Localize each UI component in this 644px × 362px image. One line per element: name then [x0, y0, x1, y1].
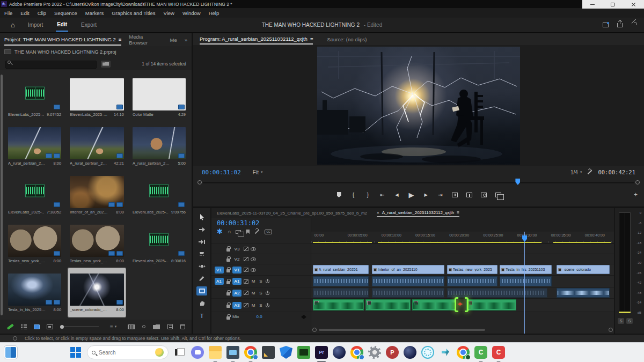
- menu-markers[interactable]: Markers: [85, 10, 104, 16]
- step-back-icon[interactable]: ◀: [394, 193, 400, 197]
- share-icon[interactable]: [617, 23, 623, 27]
- timeline-content[interactable]: 00:00 00:00:05:00 00:00:10:00 00:00:15:0…: [311, 218, 614, 334]
- track-label[interactable]: A2: [232, 290, 241, 297]
- track-a1[interactable]: [311, 275, 614, 287]
- lock-icon[interactable]: [226, 292, 230, 295]
- mute-button[interactable]: M: [251, 279, 256, 284]
- track-v3[interactable]: [311, 243, 614, 254]
- voiceover-record-icon[interactable]: [266, 291, 269, 295]
- zoom-level-select[interactable]: Fit▾: [253, 169, 263, 175]
- project-search-input[interactable]: [5, 61, 97, 69]
- sync-lock-icon[interactable]: [244, 268, 248, 272]
- audio-clip[interactable]: [447, 276, 497, 286]
- freeform-view-icon[interactable]: [47, 324, 53, 329]
- panel-menu-icon[interactable]: ≡: [310, 36, 313, 42]
- sync-lock-icon[interactable]: [244, 279, 248, 284]
- menu-file[interactable]: File: [4, 10, 12, 16]
- sync-lock-icon[interactable]: [244, 247, 248, 251]
- lift-icon[interactable]: [452, 193, 458, 197]
- ripple-edit-tool[interactable]: [196, 237, 207, 246]
- project-item[interactable]: Teslas_new_york_202..8:00: [68, 219, 126, 268]
- tab-timeline-active[interactable]: × A_rural_serbian_202511032112_qxjth ≡: [377, 209, 459, 217]
- tab-export[interactable]: Export: [80, 19, 98, 31]
- go-to-in-icon[interactable]: ⇤: [379, 192, 386, 198]
- solo-left-button[interactable]: S: [618, 318, 624, 324]
- project-item[interactable]: Interior_of_an_202511..8:00: [68, 171, 126, 219]
- voiceover-clip[interactable]: [365, 299, 411, 311]
- timeline-clip[interactable]: Tesla_in_his_20251103: [500, 265, 552, 274]
- lock-icon[interactable]: [226, 281, 230, 284]
- track-label[interactable]: A1: [232, 278, 241, 285]
- menu-graphics[interactable]: Graphics and Titles: [112, 10, 155, 16]
- taskbar-search[interactable]: [87, 345, 169, 359]
- project-item[interactable]: ElevenLabs_2025-..8:30816: [131, 219, 187, 268]
- track-label[interactable]: V1: [232, 267, 241, 274]
- project-item[interactable]: ElevenLabs_2025-..9:07452: [6, 73, 63, 122]
- track-label[interactable]: V3: [232, 247, 241, 252]
- program-scrubber[interactable]: [199, 178, 639, 186]
- track-select-forward-tool[interactable]: [196, 225, 207, 234]
- audio-clip[interactable]: [500, 276, 552, 286]
- track-label[interactable]: A3: [232, 302, 241, 309]
- tab-source[interactable]: Source: (no clips): [327, 36, 367, 42]
- tab-project[interactable]: Project: THE MAN WHO HACKED LIGHTNING 2 …: [4, 34, 121, 46]
- menu-view[interactable]: View: [164, 10, 174, 16]
- new-search-bin-icon[interactable]: [101, 61, 111, 68]
- start-button[interactable]: [69, 346, 82, 359]
- timeline-timecode[interactable]: 00:00:31:02: [217, 219, 311, 227]
- hand-tool[interactable]: [196, 299, 207, 308]
- project-scrollbar[interactable]: [1, 75, 3, 315]
- program-timecode[interactable]: 00:00:31:02: [202, 169, 241, 176]
- menu-edit[interactable]: Edit: [20, 10, 29, 16]
- tab-import[interactable]: Import: [27, 19, 44, 31]
- track-label[interactable]: V2: [232, 257, 241, 262]
- scrub-zoom-handle-left[interactable]: [197, 180, 202, 184]
- program-playhead[interactable]: [515, 179, 520, 185]
- project-item[interactable]: ElevenLabs_2025-..7:38052: [6, 171, 63, 219]
- lock-icon[interactable]: [226, 248, 230, 252]
- sync-lock-icon[interactable]: [244, 303, 248, 307]
- scroll-thumb[interactable]: [319, 329, 485, 331]
- camtasia-icon[interactable]: C: [474, 346, 487, 359]
- terminal-app-icon[interactable]: [297, 346, 310, 359]
- audio-clip[interactable]: [372, 276, 444, 286]
- sync-lock-icon[interactable]: [244, 291, 248, 295]
- audio-clip[interactable]: [372, 288, 444, 298]
- mark-out-icon[interactable]: }: [365, 192, 371, 198]
- audio-clip[interactable]: [313, 276, 369, 286]
- widgets-icon[interactable]: [4, 346, 17, 359]
- lock-icon[interactable]: [226, 305, 230, 308]
- solo-right-button[interactable]: S: [626, 318, 633, 324]
- voiceover-clip[interactable]: [412, 299, 456, 311]
- timeline-settings-icon[interactable]: [254, 229, 260, 234]
- panel-menu-icon[interactable]: ≡: [457, 210, 459, 215]
- insert-as-nest-icon[interactable]: ✱: [217, 230, 223, 233]
- search-input[interactable]: [99, 350, 142, 356]
- chrome-icon-2[interactable]: [350, 346, 363, 359]
- lock-icon[interactable]: [226, 258, 230, 262]
- find-icon[interactable]: [142, 325, 145, 328]
- list-view-icon[interactable]: [21, 324, 27, 329]
- brain-app-icon[interactable]: [421, 346, 434, 359]
- comparison-view-icon[interactable]: [495, 193, 501, 197]
- delete-icon[interactable]: [180, 324, 185, 329]
- audio-clip[interactable]: [557, 288, 610, 298]
- fullscreen-icon[interactable]: [631, 23, 636, 28]
- weather-icon[interactable]: [155, 348, 164, 357]
- menu-window[interactable]: Window: [182, 10, 201, 16]
- tab-program[interactable]: Program: A_rural_serbian_202511032112_qx…: [200, 34, 313, 45]
- trim-edit-indicator[interactable]: ◀▶: [456, 297, 467, 312]
- step-forward-icon[interactable]: ▶: [423, 193, 429, 197]
- track-a2[interactable]: [311, 287, 614, 298]
- task-view-icon[interactable]: [173, 346, 186, 359]
- menu-clip[interactable]: Clip: [38, 10, 46, 16]
- project-item[interactable]: A_rural_serbian_2025..8:00: [6, 122, 63, 171]
- track-visibility-icon[interactable]: [251, 247, 256, 251]
- go-to-out-icon[interactable]: ⇥: [437, 192, 444, 198]
- play-icon[interactable]: ▶: [408, 191, 415, 199]
- track-mix[interactable]: [311, 312, 614, 321]
- voiceover-record-icon[interactable]: [266, 279, 269, 284]
- project-item[interactable]: Color Matte4:29: [131, 73, 187, 122]
- close-icon[interactable]: [631, 2, 636, 7]
- extract-icon[interactable]: [466, 193, 472, 197]
